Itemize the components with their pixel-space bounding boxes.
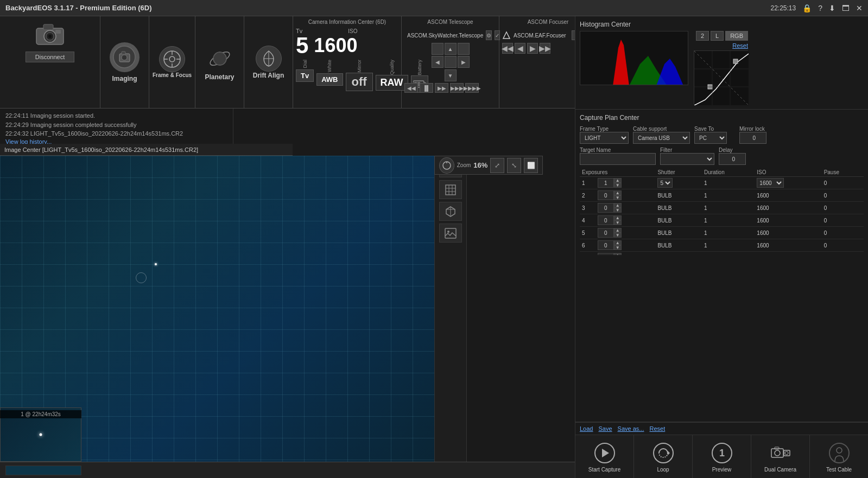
drift-align-icon xyxy=(256,46,282,72)
step-up-2[interactable]: ▲ xyxy=(614,203,622,208)
target-name-input[interactable] xyxy=(580,153,656,165)
start-capture-icon xyxy=(592,441,617,465)
drift-align-label: Drift Align xyxy=(253,72,284,79)
save-as-btn[interactable]: Save as... xyxy=(618,425,644,432)
step-down-3[interactable]: ▼ xyxy=(614,220,622,225)
step-up-1[interactable]: ▲ xyxy=(614,190,622,195)
zoom-expand-btn[interactable]: ⤢ xyxy=(490,158,504,173)
dual-camera-button[interactable]: Dual Camera xyxy=(751,435,810,478)
telescope-up-right-btn[interactable] xyxy=(458,43,470,55)
exposure-count-3[interactable] xyxy=(598,215,614,225)
svg-rect-9 xyxy=(122,52,125,54)
step-up-3[interactable]: ▲ xyxy=(614,215,622,220)
maximize-icon[interactable]: 🗖 xyxy=(842,4,850,12)
focuser-right-btn[interactable]: ▶▶ xyxy=(540,43,550,54)
exposure-count-4[interactable] xyxy=(598,228,614,238)
telescope-left-btn[interactable]: ◀ xyxy=(432,56,443,68)
step-down-5[interactable]: ▼ xyxy=(614,245,622,250)
step-up-0[interactable]: ▲ xyxy=(614,178,622,183)
iso-select-0[interactable]: 1600 xyxy=(757,178,784,188)
mirror-label: Mirror xyxy=(357,60,362,73)
telescope-speed-btn3[interactable]: ▶▶ xyxy=(435,83,448,93)
step-down-1[interactable]: ▼ xyxy=(614,195,622,200)
exposures-header: Exposures xyxy=(580,168,655,177)
preview-button[interactable]: 1 Preview xyxy=(693,435,751,478)
histogram-graph xyxy=(580,31,688,85)
preview-label: Preview xyxy=(712,467,732,473)
telescope-settings-btn[interactable]: ⚙ xyxy=(486,30,492,40)
rotation-btn[interactable] xyxy=(439,157,454,174)
battery-label: Battery xyxy=(417,60,422,75)
reset-btn[interactable]: Reset xyxy=(649,425,665,432)
telescope-speed-btn1[interactable]: ◀◀ xyxy=(404,83,418,93)
grid-btn[interactable] xyxy=(439,180,462,199)
table-row: 5 ▲ ▼ BULB 1 1600 0 xyxy=(580,227,864,239)
histogram-btn-l[interactable]: L xyxy=(711,31,724,41)
test-cable-button[interactable]: Test Cable xyxy=(810,435,868,478)
frame-type-select[interactable]: LIGHT xyxy=(580,132,629,144)
telescope-center-btn[interactable] xyxy=(445,56,457,68)
telescope-speed-btn4[interactable]: ▶▶▶ xyxy=(450,83,464,93)
close-icon[interactable]: ✕ xyxy=(856,4,863,12)
filter-select[interactable] xyxy=(660,153,714,165)
delay-input[interactable] xyxy=(719,153,746,165)
focuser-name: ASCOM.EAF.Focuser xyxy=(514,33,569,39)
telescope-right-btn[interactable]: ▶ xyxy=(458,56,470,68)
focuser-single-right-btn[interactable]: ▶ xyxy=(527,43,538,54)
telescope-goto-btn[interactable]: ▶▶▶▶ xyxy=(465,83,479,93)
imaging-icon xyxy=(110,42,140,72)
step-down-0[interactable]: ▼ xyxy=(614,183,622,188)
step-down-4[interactable]: ▼ xyxy=(614,233,622,238)
frame-focus-section[interactable]: Frame & Focus xyxy=(149,16,195,108)
zoom-fullscreen-btn[interactable]: ⬜ xyxy=(524,158,538,173)
shutter-select-0[interactable]: 5 xyxy=(657,178,673,188)
drift-section[interactable]: Drift Align xyxy=(244,16,293,108)
exposure-count-5[interactable] xyxy=(598,240,614,250)
dual-camera-icon xyxy=(768,441,793,465)
focuser-left-btn[interactable]: ◀◀ xyxy=(502,43,513,54)
target-circle xyxy=(136,272,147,283)
loop-button[interactable]: Loop xyxy=(634,435,693,478)
exposure-count-6[interactable] xyxy=(598,253,614,255)
star-indicator xyxy=(155,263,157,265)
histogram-btn-2[interactable]: 2 xyxy=(696,31,709,41)
step-up-5[interactable]: ▲ xyxy=(614,240,622,245)
disconnect-button[interactable]: Disconnect xyxy=(26,52,74,62)
load-btn[interactable]: Load xyxy=(580,425,593,432)
cable-support-label: Cable support xyxy=(633,126,674,132)
target-name-label: Target Name xyxy=(580,147,620,153)
exposure-count-1[interactable] xyxy=(598,190,614,200)
exposure-count-0[interactable] xyxy=(598,178,614,188)
help-icon[interactable]: ? xyxy=(818,4,822,12)
start-capture-button[interactable]: Start Capture xyxy=(575,435,634,478)
telescope-speed-btn2[interactable]: ▐▌ xyxy=(420,83,433,93)
imaging-section[interactable]: Imaging xyxy=(100,16,149,108)
exposure-count-2[interactable] xyxy=(598,203,614,213)
save-btn[interactable]: Save xyxy=(598,425,612,432)
planetary-section[interactable]: Planetary xyxy=(195,16,244,108)
save-to-label: Save To xyxy=(694,126,735,132)
lock-icon[interactable]: 🔒 xyxy=(802,4,812,12)
telescope-up-left-btn[interactable] xyxy=(432,43,443,55)
download-icon[interactable]: ⬇ xyxy=(829,4,835,12)
preview-icon: 1 xyxy=(709,441,734,465)
step-up-6[interactable]: ▲ xyxy=(614,253,622,255)
frame-type-label: Frame Type xyxy=(580,126,620,132)
step-up-4[interactable]: ▲ xyxy=(614,228,622,233)
cube-btn[interactable] xyxy=(439,202,462,221)
histogram-btn-rgb[interactable]: RGB xyxy=(725,31,748,41)
image-right-toolbar xyxy=(434,156,467,462)
focuser-single-left-btn[interactable]: ◀ xyxy=(515,43,525,54)
telescope-down-btn[interactable]: ▼ xyxy=(445,69,457,81)
mirror-lock-input[interactable] xyxy=(739,132,766,144)
svg-rect-62 xyxy=(445,228,456,238)
step-down-2[interactable]: ▼ xyxy=(614,208,622,213)
telescope-up-btn[interactable]: ▲ xyxy=(445,43,457,55)
camera-info-title: Camera Information Center (6D) xyxy=(296,19,398,25)
zoom-fit-btn[interactable]: ⤡ xyxy=(507,158,521,173)
frame-focus-icon xyxy=(159,46,185,72)
save-to-select[interactable]: PC xyxy=(694,132,727,144)
cable-support-select[interactable]: Camera USB xyxy=(633,132,690,144)
image-btn[interactable] xyxy=(439,224,462,243)
histogram-reset-link[interactable]: Reset xyxy=(732,42,748,49)
